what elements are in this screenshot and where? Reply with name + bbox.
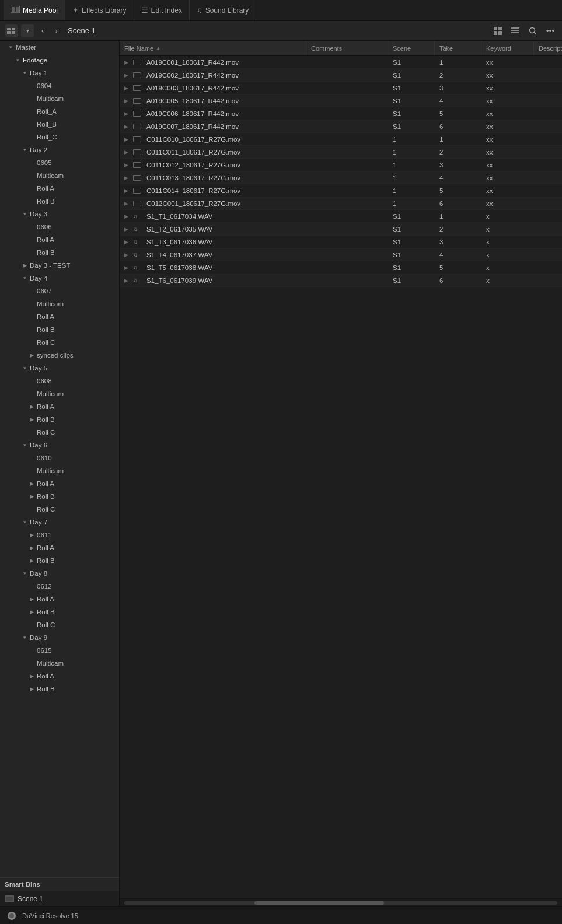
tree-arrow-day7[interactable]: ▾	[21, 519, 28, 526]
table-row[interactable]: ▶♫S1_T3_0617036.WAVS13x	[120, 236, 562, 249]
sidebar-item-roll_b2[interactable]: Roll B	[0, 195, 119, 208]
sidebar-item-roll_b4[interactable]: Roll B	[0, 323, 119, 336]
row-expand-4[interactable]: ▶	[124, 111, 128, 117]
row-expand-13[interactable]: ▶	[124, 226, 128, 232]
sidebar-item-day9[interactable]: ▾Day 9	[0, 631, 119, 644]
sidebar-item-multicam1[interactable]: Multicam	[0, 92, 119, 105]
tree-arrow-roll_b6[interactable]: ▶	[28, 493, 35, 500]
sidebar-item-day5[interactable]: ▾Day 5	[0, 362, 119, 374]
sidebar-item-0604[interactable]: 0604	[0, 79, 119, 92]
nav-back-button[interactable]: ‹	[37, 24, 48, 37]
layout-button[interactable]	[5, 24, 18, 37]
sidebar-item-day3_test[interactable]: ▶Day 3 - TEST	[0, 259, 119, 272]
tree-arrow-roll_a9[interactable]: ▶	[28, 673, 35, 680]
tree-arrow-day4[interactable]: ▾	[21, 275, 28, 282]
sidebar-item-roll_c1[interactable]: Roll_C	[0, 131, 119, 144]
sidebar-item-day8[interactable]: ▾Day 8	[0, 567, 119, 580]
row-expand-10[interactable]: ▶	[124, 188, 128, 194]
sidebar-item-0615[interactable]: 0615	[0, 644, 119, 657]
sidebar-item-0607[interactable]: 0607	[0, 285, 119, 298]
table-row[interactable]: ▶A019C001_180617_R442.movS11xx	[120, 56, 562, 69]
sidebar-item-0610[interactable]: 0610	[0, 452, 119, 464]
table-row[interactable]: ▶C011C014_180617_R27G.mov15xx	[120, 184, 562, 197]
col-header-comments[interactable]: Comments	[306, 41, 388, 55]
sidebar-item-roll_c5[interactable]: Roll C	[0, 426, 119, 439]
tree-arrow-day3_test[interactable]: ▶	[21, 262, 28, 269]
sidebar-item-synced_clips[interactable]: ▶synced clips	[0, 349, 119, 362]
sidebar-item-roll_b7[interactable]: ▶Roll B	[0, 554, 119, 567]
sidebar-item-roll_a8[interactable]: ▶Roll A	[0, 593, 119, 606]
sidebar-item-0612[interactable]: 0612	[0, 580, 119, 593]
tree-arrow-0611[interactable]: ▶	[28, 531, 35, 538]
scrollbar-thumb[interactable]	[254, 901, 385, 905]
sidebar-item-roll_b3[interactable]: Roll B	[0, 246, 119, 259]
sidebar-item-day6[interactable]: ▾Day 6	[0, 439, 119, 452]
tree-arrow-day5[interactable]: ▾	[21, 365, 28, 372]
sidebar-item-0611[interactable]: ▶0611	[0, 528, 119, 541]
row-expand-2[interactable]: ▶	[124, 85, 128, 91]
sidebar-item-footage[interactable]: ▾Footage	[0, 54, 119, 66]
list-view-button[interactable]	[508, 24, 522, 38]
search-button[interactable]	[526, 24, 540, 38]
sidebar-item-0605[interactable]: 0605	[0, 156, 119, 169]
row-expand-17[interactable]: ▶	[124, 278, 128, 284]
sidebar-item-roll_a2[interactable]: Roll A	[0, 182, 119, 195]
scene-bin-item[interactable]: Scene 1	[0, 891, 119, 907]
nav-forward-button[interactable]: ›	[51, 24, 62, 37]
table-row[interactable]: ▶♫S1_T2_0617035.WAVS12x	[120, 223, 562, 236]
sidebar-item-roll_b6[interactable]: ▶Roll B	[0, 490, 119, 503]
sidebar-item-roll_a5[interactable]: ▶Roll A	[0, 400, 119, 413]
tree-arrow-day6[interactable]: ▾	[21, 442, 28, 449]
horizontal-scrollbar[interactable]	[124, 901, 557, 905]
sidebar-item-master[interactable]: ▾Master	[0, 41, 119, 54]
table-row[interactable]: ▶C011C013_180617_R27G.mov14xx	[120, 172, 562, 184]
grid-view-button[interactable]	[491, 24, 505, 38]
sidebar-item-roll_a1[interactable]: Roll_A	[0, 105, 119, 118]
more-options-button[interactable]: •••	[543, 24, 557, 38]
sidebar-item-roll_b5[interactable]: ▶Roll B	[0, 413, 119, 426]
row-expand-8[interactable]: ▶	[124, 162, 128, 168]
row-expand-14[interactable]: ▶	[124, 239, 128, 245]
col-header-description[interactable]: Description	[534, 41, 562, 55]
sidebar-item-roll_c6[interactable]: Roll C	[0, 503, 119, 516]
sidebar-item-roll_b8[interactable]: ▶Roll B	[0, 606, 119, 618]
smart-bins[interactable]: Smart Bins	[0, 877, 119, 891]
sidebar-item-roll_c4[interactable]: Roll C	[0, 336, 119, 349]
table-row[interactable]: ▶♫S1_T6_0617039.WAVS16x	[120, 274, 562, 287]
row-expand-15[interactable]: ▶	[124, 252, 128, 258]
sidebar-item-day3[interactable]: ▾Day 3	[0, 208, 119, 220]
tree-arrow-roll_b9[interactable]: ▶	[28, 685, 35, 692]
sidebar-item-roll_b9[interactable]: ▶Roll B	[0, 682, 119, 695]
tab-edit-index[interactable]: ☰ Edit Index	[134, 0, 190, 20]
tree-arrow-master[interactable]: ▾	[7, 44, 14, 51]
row-expand-6[interactable]: ▶	[124, 136, 128, 142]
table-row[interactable]: ▶A019C005_180617_R442.movS14xx	[120, 94, 562, 107]
sidebar-item-roll_a7[interactable]: ▶Roll A	[0, 541, 119, 554]
sidebar-item-0606[interactable]: 0606	[0, 220, 119, 233]
sidebar-item-roll_a4[interactable]: Roll A	[0, 310, 119, 323]
tree-arrow-roll_a5[interactable]: ▶	[28, 403, 35, 410]
tree-arrow-day8[interactable]: ▾	[21, 570, 28, 577]
sidebar-item-multicam5[interactable]: Multicam	[0, 387, 119, 400]
sidebar-item-multicam6[interactable]: Multicam	[0, 464, 119, 477]
sidebar-item-roll_c8[interactable]: Roll C	[0, 618, 119, 631]
tree-arrow-day3[interactable]: ▾	[21, 211, 28, 218]
table-row[interactable]: ▶♫S1_T1_0617034.WAVS11x	[120, 210, 562, 223]
tab-media-pool[interactable]: Media Pool	[4, 0, 65, 20]
tree-arrow-footage[interactable]: ▾	[14, 57, 21, 64]
row-expand-1[interactable]: ▶	[124, 72, 128, 78]
table-row[interactable]: ▶♫S1_T4_0617037.WAVS14x	[120, 249, 562, 261]
table-row[interactable]: ▶C012C001_180617_R27G.mov16xx	[120, 197, 562, 210]
row-expand-0[interactable]: ▶	[124, 60, 128, 65]
tab-effects-library[interactable]: ✦ Effects Library	[65, 0, 134, 20]
table-row[interactable]: ▶A019C006_180617_R442.movS15xx	[120, 107, 562, 120]
tree-arrow-synced_clips[interactable]: ▶	[28, 352, 35, 359]
table-row[interactable]: ▶A019C007_180617_R442.movS16xx	[120, 120, 562, 133]
sidebar-item-roll_a6[interactable]: ▶Roll A	[0, 477, 119, 490]
col-header-keyword[interactable]: Keyword	[481, 41, 534, 55]
sidebar-item-multicam2[interactable]: Multicam	[0, 169, 119, 182]
sidebar-item-day1[interactable]: ▾Day 1	[0, 66, 119, 79]
tree-arrow-roll_b8[interactable]: ▶	[28, 608, 35, 615]
tree-arrow-roll_a6[interactable]: ▶	[28, 480, 35, 487]
sidebar-item-day4[interactable]: ▾Day 4	[0, 272, 119, 285]
